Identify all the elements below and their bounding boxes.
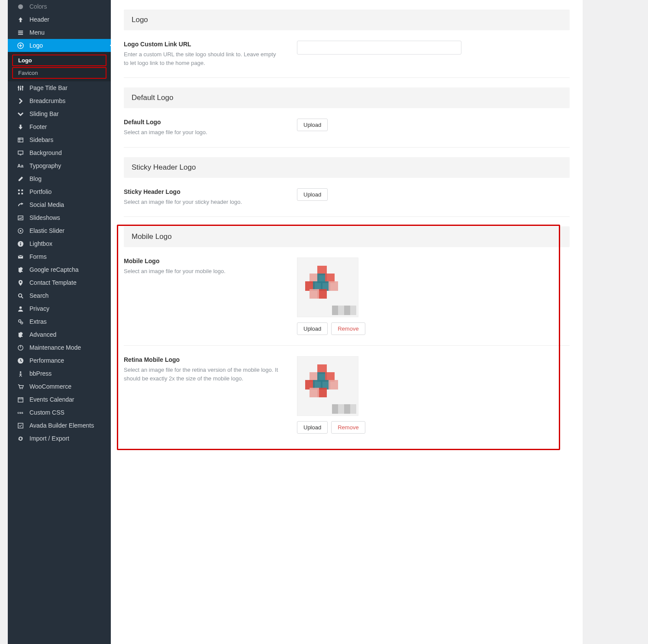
svg-point-4	[22, 86, 23, 87]
sidebar-item-recaptcha[interactable]: Google reCaptcha	[8, 263, 111, 276]
svg-rect-8	[21, 189, 23, 191]
sidebar-item-typography[interactable]: AaTypography	[8, 159, 111, 172]
sidebar-item-maintenance-mode[interactable]: Maintenance Mode	[8, 341, 111, 354]
main-content: Logo Logo Custom Link URL Enter a custom…	[111, 0, 583, 644]
remove-retina-mobile-logo-button[interactable]: Remove	[331, 421, 365, 434]
angle-down-icon	[16, 111, 25, 117]
svg-point-2	[17, 86, 19, 88]
sidebar-item-menu[interactable]: Menu	[8, 26, 111, 39]
svg-point-20	[19, 306, 22, 309]
sidebar-item-elastic-slider[interactable]: Elastic Slider	[8, 224, 111, 237]
css-icon: css	[16, 411, 25, 415]
svg-rect-15	[20, 243, 21, 245]
power-icon	[16, 345, 25, 351]
label-logo-url: Logo Custom Link URL	[124, 41, 280, 48]
svg-point-22	[20, 322, 23, 324]
map-pin-icon	[16, 280, 25, 286]
search-icon	[16, 293, 25, 299]
desc-logo-url: Enter a custom URL the site logo should …	[124, 50, 280, 67]
svg-point-26	[19, 388, 20, 389]
label-sticky-logo: Sticky Header Logo	[124, 188, 280, 195]
font-icon: Aa	[16, 163, 25, 168]
plus-circle-icon	[16, 42, 25, 49]
input-logo-url[interactable]	[297, 41, 461, 55]
field-logo-url: Logo Custom Link URL Enter a custom URL …	[124, 30, 570, 78]
sidebar-item-events-calendar[interactable]: Events Calendar	[8, 393, 111, 406]
sidebar-item-background[interactable]: Background	[8, 146, 111, 159]
grid-icon	[16, 189, 25, 195]
sidebar-item-import-export[interactable]: Import / Export	[8, 432, 111, 445]
desc-retina-mobile-logo: Select an image file for the retina vers…	[124, 366, 280, 383]
sidebar-item-footer[interactable]: Footer	[8, 120, 111, 133]
share-icon	[16, 202, 25, 208]
sidebar-item-forms[interactable]: Forms	[8, 250, 111, 263]
sidebar-item-social-media[interactable]: Social Media	[8, 198, 111, 211]
user-icon	[16, 306, 25, 312]
desc-mobile-logo: Select an image file for your mobile log…	[124, 267, 280, 276]
svg-point-21	[18, 319, 21, 322]
angle-right-icon	[16, 98, 25, 104]
svg-rect-16	[20, 242, 21, 243]
refresh-icon	[16, 435, 25, 442]
arrow-up-icon	[16, 16, 25, 23]
sidebar-sub-favicon[interactable]: Favicon	[13, 68, 106, 78]
sidebar-item-woocommerce[interactable]: WooCommerce	[8, 380, 111, 393]
sidebar-item-bbpress[interactable]: bbPress	[8, 367, 111, 380]
sidebar-item-colors[interactable]: Colors	[8, 0, 111, 13]
sidebar-item-lightbox[interactable]: Lightbox	[8, 237, 111, 250]
sidebar-subgroup: Logo Favicon	[8, 52, 111, 81]
sidebar-item-contact-template[interactable]: Contact Template	[8, 276, 111, 289]
upload-retina-mobile-logo-button[interactable]: Upload	[297, 421, 328, 434]
logo-art-icon	[305, 364, 340, 399]
circle-dot-icon	[16, 228, 25, 234]
preview-mobile-logo	[297, 258, 358, 317]
check-square-icon	[16, 422, 25, 429]
sidebar-item-search[interactable]: Search	[8, 289, 111, 302]
upload-mobile-logo-button[interactable]: Upload	[297, 322, 328, 335]
section-head-sticky-logo: Sticky Header Logo	[124, 157, 570, 178]
sidebar-item-page-title-bar[interactable]: Page Title Bar	[8, 81, 111, 94]
svg-rect-9	[18, 193, 19, 194]
svg-point-13	[19, 230, 21, 232]
desktop-icon	[16, 150, 25, 156]
svg-point-18	[19, 281, 21, 283]
sidebar: Colors Header Menu Logo Logo Favicon Pag…	[8, 0, 111, 644]
highlight-logo-sub: Logo	[12, 55, 106, 66]
sidebar-item-sliding-bar[interactable]: Sliding Bar	[8, 107, 111, 120]
columns-icon	[16, 137, 25, 143]
label-default-logo: Default Logo	[124, 119, 280, 126]
gears-icon	[16, 319, 25, 325]
sidebar-item-avada-builder[interactable]: Avada Builder Elements	[8, 419, 111, 432]
edit-icon	[16, 176, 25, 182]
section-head-mobile-logo: Mobile Logo	[124, 226, 570, 247]
label-retina-mobile-logo: Retina Mobile Logo	[124, 356, 280, 363]
sidebar-item-breadcrumbs[interactable]: Breadcrumbs	[8, 94, 111, 107]
sidebar-item-custom-css[interactable]: cssCustom CSS	[8, 406, 111, 419]
sidebar-item-privacy[interactable]: Privacy	[8, 302, 111, 315]
svg-rect-28	[18, 397, 23, 402]
sidebar-item-logo[interactable]: Logo	[8, 39, 111, 52]
sidebar-item-sidebars[interactable]: Sidebars	[8, 133, 111, 146]
sidebar-item-blog[interactable]: Blog	[8, 172, 111, 185]
sidebar-item-header[interactable]: Header	[8, 13, 111, 26]
remove-mobile-logo-button[interactable]: Remove	[331, 322, 365, 335]
sliders-icon	[16, 85, 25, 91]
svg-point-3	[19, 88, 21, 90]
desc-sticky-logo: Select an image file for your sticky hea…	[124, 198, 280, 206]
sidebar-item-portfolio[interactable]: Portfolio	[8, 185, 111, 198]
sidebar-item-advanced[interactable]: Advanced	[8, 328, 111, 341]
logo-art-icon	[305, 266, 340, 300]
palette-icon	[16, 3, 25, 10]
sidebar-item-slideshows[interactable]: Slideshows	[8, 211, 111, 224]
preview-retina-mobile-logo	[297, 356, 358, 416]
image-icon	[16, 215, 25, 221]
sidebar-list-rest: Page Title Bar Breadcrumbs Sliding Bar F…	[8, 81, 111, 445]
sidebar-item-performance[interactable]: Performance	[8, 354, 111, 367]
upload-default-logo-button[interactable]: Upload	[297, 119, 328, 131]
sidebar-item-extras[interactable]: Extras	[8, 315, 111, 328]
bars-icon	[16, 29, 25, 36]
field-default-logo: Default Logo Select an image file for yo…	[124, 108, 570, 148]
highlight-favicon-sub: Favicon	[12, 67, 106, 79]
sidebar-sub-logo[interactable]: Logo	[13, 55, 106, 65]
upload-sticky-logo-button[interactable]: Upload	[297, 188, 328, 201]
